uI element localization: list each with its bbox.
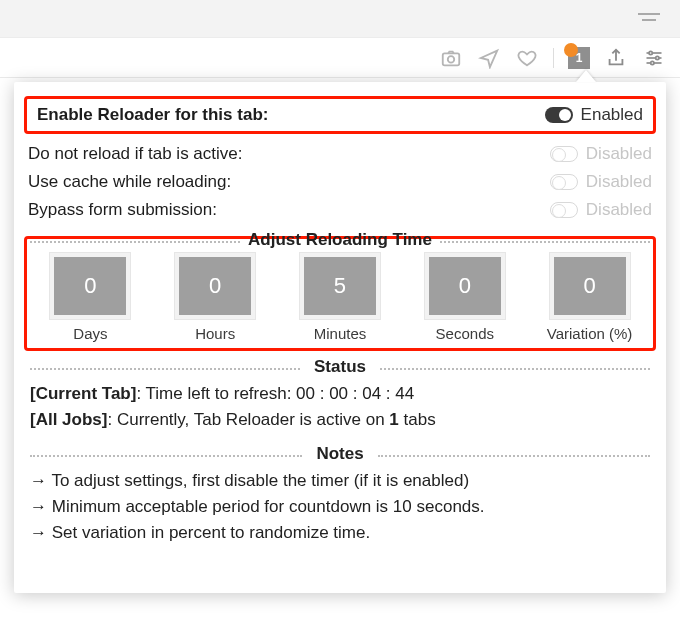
time-variation: 0 Variation (%) xyxy=(538,253,641,342)
camera-icon[interactable] xyxy=(439,46,463,70)
status-current: [Current Tab]: Time left to refresh: 00 … xyxy=(30,381,650,407)
no-reload-active-label: Do not reload if tab is active: xyxy=(28,144,243,164)
svg-point-8 xyxy=(656,56,659,59)
note-3: → Set variation in percent to randomize … xyxy=(30,520,650,546)
settings-sliders-icon[interactable] xyxy=(642,46,666,70)
note-2: → Minimum acceptable period for countdow… xyxy=(30,494,650,520)
share-icon[interactable] xyxy=(604,46,628,70)
section-status: Status xyxy=(30,357,650,377)
use-cache-row: Use cache while reloading: Disabled xyxy=(14,168,666,196)
variation-input[interactable]: 0 xyxy=(550,253,630,319)
extension-icon[interactable]: 1 xyxy=(568,47,590,69)
enable-label: Enable Reloader for this tab: xyxy=(37,105,268,125)
no-reload-active-row: Do not reload if tab is active: Disabled xyxy=(14,140,666,168)
enable-state: Enabled xyxy=(581,105,643,125)
seconds-label: Seconds xyxy=(436,325,494,342)
status-tab-count: 1 xyxy=(389,410,398,429)
use-cache-toggle[interactable] xyxy=(550,174,578,190)
status-time-left: 00 : 00 : 04 : 44 xyxy=(296,384,414,403)
bypass-form-state: Disabled xyxy=(586,200,652,220)
hours-label: Hours xyxy=(195,325,235,342)
no-reload-active-toggle[interactable] xyxy=(550,146,578,162)
enable-highlight: Enable Reloader for this tab: Enabled xyxy=(24,96,656,134)
svg-point-7 xyxy=(649,51,652,54)
time-days: 0 Days xyxy=(39,253,142,342)
extension-popup: Enable Reloader for this tab: Enabled Do… xyxy=(14,82,666,593)
enable-toggle[interactable] xyxy=(545,107,573,123)
window-menu-icon[interactable] xyxy=(638,12,660,26)
status-all-prefix: [All Jobs] xyxy=(30,410,107,429)
time-minutes: 5 Minutes xyxy=(289,253,392,342)
notes-block: → To adjust settings, first disable the … xyxy=(14,464,666,551)
days-label: Days xyxy=(73,325,107,342)
hours-input[interactable]: 0 xyxy=(175,253,255,319)
popup-pointer xyxy=(576,70,596,82)
extension-badge-count: 1 xyxy=(576,51,583,65)
bypass-form-row: Bypass form submission: Disabled xyxy=(14,196,666,224)
seconds-input[interactable]: 0 xyxy=(425,253,505,319)
days-input[interactable]: 0 xyxy=(50,253,130,319)
enable-row: Enable Reloader for this tab: Enabled xyxy=(31,103,649,127)
no-reload-active-state: Disabled xyxy=(586,144,652,164)
svg-point-3 xyxy=(448,56,454,62)
status-block: [Current Tab]: Time left to refresh: 00 … xyxy=(14,377,666,438)
send-icon[interactable] xyxy=(477,46,501,70)
note-1: → To adjust settings, first disable the … xyxy=(30,468,650,494)
bypass-form-label: Bypass form submission: xyxy=(28,200,217,220)
use-cache-state: Disabled xyxy=(586,172,652,192)
status-all: [All Jobs]: Currently, Tab Reloader is a… xyxy=(30,407,650,433)
time-seconds: 0 Seconds xyxy=(413,253,516,342)
time-hours: 0 Hours xyxy=(164,253,267,342)
section-notes: Notes xyxy=(30,444,650,464)
minutes-label: Minutes xyxy=(314,325,367,342)
time-highlight: 0 Days 0 Hours 5 Minutes 0 Seconds 0 Var… xyxy=(24,236,656,351)
enable-toggle-group: Enabled xyxy=(545,105,643,125)
heart-icon[interactable] xyxy=(515,46,539,70)
svg-point-9 xyxy=(651,61,654,64)
use-cache-label: Use cache while reloading: xyxy=(28,172,231,192)
minutes-input[interactable]: 5 xyxy=(300,253,380,319)
toolbar-separator xyxy=(553,48,554,68)
bypass-form-toggle[interactable] xyxy=(550,202,578,218)
variation-label: Variation (%) xyxy=(547,325,633,342)
section-adjust-time: Adjust Reloading Time xyxy=(30,230,650,250)
status-current-prefix: [Current Tab] xyxy=(30,384,136,403)
svg-rect-2 xyxy=(443,53,460,65)
